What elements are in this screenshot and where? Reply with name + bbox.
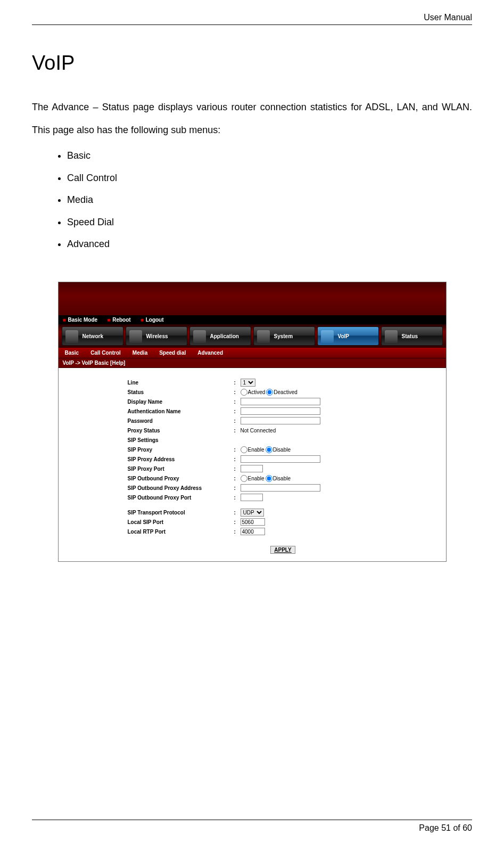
voip-icon	[321, 330, 334, 343]
local-rtp-port-label: Local RTP Port	[128, 529, 234, 535]
basic-mode-link[interactable]: ■Basic Mode	[63, 317, 98, 323]
sub-nav: Basic Call Control Media Speed dial Adva…	[59, 348, 446, 358]
submenu-list: Basic Call Control Media Speed Dial Adva…	[32, 145, 472, 255]
nav-network[interactable]: Network	[62, 326, 123, 346]
wireless-icon	[129, 330, 142, 343]
local-rtp-port-input[interactable]	[241, 528, 265, 535]
subnav-basic[interactable]: Basic	[65, 350, 79, 356]
sip-outbound-port-input[interactable]	[241, 494, 263, 501]
nav-wireless[interactable]: Wireless	[126, 326, 187, 346]
sip-outbound-port-label: SIP Outbound Proxy Port	[128, 495, 234, 501]
nav-voip[interactable]: VoIP	[317, 326, 379, 346]
sip-proxy-disable-radio[interactable]	[266, 446, 272, 453]
sip-proxy-port-label: SIP Proxy Port	[128, 466, 234, 472]
sip-outbound-addr-input[interactable]	[241, 484, 320, 492]
page-footer: Page 51 of 60	[32, 820, 472, 833]
local-sip-port-label: Local SIP Port	[128, 519, 234, 525]
sip-proxy-enable-radio[interactable]	[241, 446, 247, 453]
list-item: Advanced	[67, 233, 472, 255]
auth-name-label: Authentication Name	[128, 408, 234, 414]
sip-outbound-addr-label: SIP Outbound Proxy Address	[128, 485, 234, 491]
subnav-speed-dial[interactable]: Speed dial	[159, 350, 186, 356]
intro-paragraph: The Advance – Status page displays vario…	[32, 96, 472, 142]
sip-proxy-addr-input[interactable]	[241, 455, 320, 463]
reboot-link[interactable]: ■Reboot	[107, 317, 131, 323]
nav-application[interactable]: Application	[189, 326, 251, 346]
breadcrumb: VoIP -> VoIP Basic [Help]	[59, 358, 446, 368]
display-name-label: Display Name	[128, 399, 234, 405]
subnav-advanced[interactable]: Advanced	[197, 350, 223, 356]
list-item: Basic	[67, 145, 472, 167]
sip-outbound-enable-radio[interactable]	[241, 475, 247, 482]
line-label: Line	[128, 380, 234, 386]
router-screenshot: ■Basic Mode ■Reboot ■Logout Network Wire…	[58, 282, 447, 562]
apply-button[interactable]: APPLY	[270, 546, 295, 554]
page-header: User Manual	[32, 13, 472, 25]
line-select[interactable]: 1	[241, 379, 255, 387]
voip-form: Line : 1 Status : Actived Deactived Disp…	[59, 368, 446, 561]
network-icon	[65, 330, 78, 343]
auth-name-input[interactable]	[241, 407, 320, 415]
sip-settings-heading: SIP Settings	[128, 437, 234, 443]
sip-proxy-port-input[interactable]	[241, 465, 263, 472]
sip-proxy-label: SIP Proxy	[128, 447, 234, 453]
sip-outbound-proxy-label: SIP Outbound Proxy	[128, 476, 234, 481]
proxy-status-value: Not Connected	[241, 428, 276, 433]
status-actived-radio[interactable]	[241, 389, 247, 396]
logout-link[interactable]: ■Logout	[141, 317, 164, 323]
status-deactived-radio[interactable]	[266, 389, 273, 396]
application-icon	[193, 330, 206, 343]
system-icon	[257, 330, 270, 343]
list-item: Media	[67, 189, 472, 211]
password-label: Password	[128, 418, 234, 424]
banner	[59, 282, 446, 315]
main-nav: Network Wireless Application System VoIP…	[59, 324, 446, 348]
display-name-input[interactable]	[241, 398, 320, 405]
local-sip-port-input[interactable]	[241, 518, 265, 526]
sip-transport-label: SIP Transport Protocol	[128, 510, 234, 515]
nav-status[interactable]: Status	[381, 326, 443, 346]
mode-bar: ■Basic Mode ■Reboot ■Logout	[59, 315, 446, 324]
password-input[interactable]	[241, 417, 320, 424]
list-item: Speed Dial	[67, 211, 472, 233]
sip-outbound-disable-radio[interactable]	[266, 475, 272, 482]
nav-system[interactable]: System	[253, 326, 315, 346]
status-icon	[385, 330, 398, 343]
page-title: VoIP	[32, 52, 472, 75]
subnav-call-control[interactable]: Call Control	[90, 350, 121, 356]
sip-proxy-addr-label: SIP Proxy Address	[128, 456, 234, 462]
sip-transport-select[interactable]: UDP	[241, 509, 264, 517]
subnav-media[interactable]: Media	[133, 350, 147, 356]
status-label: Status	[128, 389, 234, 395]
list-item: Call Control	[67, 167, 472, 189]
proxy-status-label: Proxy Status	[128, 428, 234, 433]
